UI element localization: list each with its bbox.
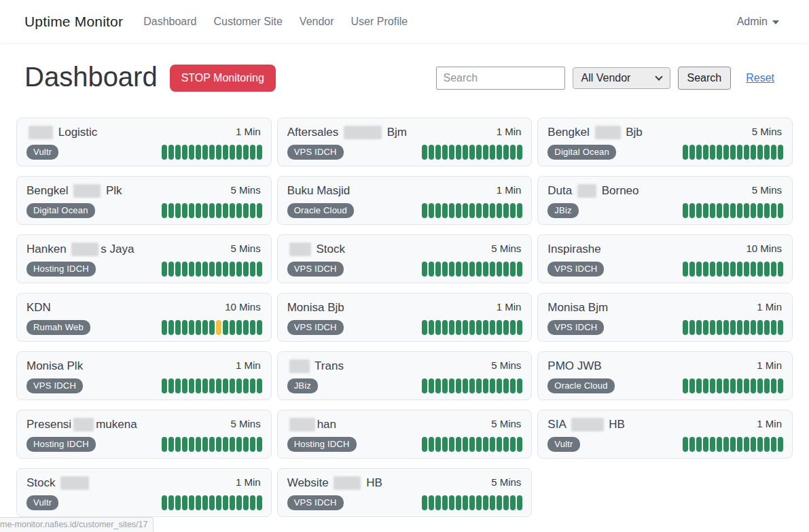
vendor-select-value: All Vendor bbox=[581, 72, 631, 84]
uptime-bar-up bbox=[463, 203, 468, 218]
uptime-bar-up bbox=[476, 437, 482, 452]
site-card[interactable]: Bengkel Bjb 5 Mins Digital Ocean bbox=[537, 118, 793, 166]
uptime-bar-up bbox=[723, 203, 729, 218]
reset-link[interactable]: Reset bbox=[746, 72, 774, 84]
site-card[interactable]: Stock 5 Mins VPS IDCH bbox=[277, 234, 533, 283]
site-title-text: Monisa Bjm bbox=[547, 300, 608, 315]
uptime-bar-up bbox=[717, 145, 722, 160]
uptime-bar-up bbox=[243, 203, 249, 218]
site-card[interactable]: Website HB 5 Mins VPS IDCH bbox=[277, 468, 533, 517]
vendor-select[interactable]: All Vendor bbox=[573, 67, 670, 89]
site-card[interactable]: Trans 5 Mins JBiz bbox=[277, 351, 533, 400]
uptime-bar-up bbox=[689, 378, 695, 393]
site-card[interactable]: PMO JWB 1 Min Oracle Cloud bbox=[537, 351, 793, 400]
uptime-bar-up bbox=[223, 145, 228, 160]
vendor-badge: JBiz bbox=[547, 203, 578, 218]
site-card[interactable]: KDN 10 Mins Rumah Web bbox=[16, 293, 272, 342]
site-title: Hanken s Jaya bbox=[26, 242, 262, 256]
uptime-bar-up bbox=[257, 203, 262, 218]
uptime-bar-up bbox=[737, 262, 742, 277]
redacted-text bbox=[334, 476, 361, 490]
site-card[interactable]: Buku Masjid 1 Min Oracle Cloud bbox=[277, 176, 533, 225]
site-title: Monisa Bjb bbox=[287, 300, 522, 315]
site-card[interactable]: Monisa Bjb 1 Min VPS IDCH bbox=[277, 293, 533, 342]
site-card[interactable]: Inspirashe 10 Mins VPS IDCH bbox=[537, 234, 793, 283]
uptime-bar-up bbox=[442, 495, 448, 510]
uptime-bar-up bbox=[696, 145, 702, 160]
site-card[interactable]: Hanken s Jaya 5 Mins Hosting IDCH bbox=[16, 234, 272, 283]
site-card[interactable]: SIA HB 1 Min Vultr bbox=[537, 410, 793, 459]
uptime-bar-up bbox=[710, 320, 715, 335]
uptime-bar-up bbox=[490, 437, 495, 452]
site-card[interactable]: Aftersales Bjm 1 Min VPS IDCH bbox=[277, 118, 533, 166]
vendor-badge: VPS IDCH bbox=[287, 320, 344, 335]
uptime-bar-up bbox=[456, 495, 461, 510]
site-card[interactable]: Stock 1 Min Vultr bbox=[16, 468, 272, 517]
link-preview-status-bar: me-monitor.nafies.id/customer_sites/17 bbox=[0, 517, 154, 532]
site-card[interactable]: Presensimukena 5 Mins Hosting IDCH bbox=[16, 410, 272, 459]
nav-item-customer-site[interactable]: Customer Site bbox=[213, 16, 282, 28]
uptime-bar-up bbox=[175, 145, 181, 160]
uptime-bar-up bbox=[737, 437, 742, 452]
uptime-bar-up bbox=[683, 203, 688, 218]
search-button[interactable]: Search bbox=[678, 67, 732, 90]
uptime-bar-up bbox=[689, 320, 695, 335]
uptime-bar-up bbox=[202, 203, 208, 218]
uptime-bar-up bbox=[223, 203, 228, 218]
site-card[interactable]: Monisa Plk 1 Min VPS IDCH bbox=[16, 351, 272, 400]
uptime-bar-up bbox=[497, 262, 502, 277]
uptime-bar-up bbox=[216, 378, 221, 393]
check-interval: 5 Mins bbox=[491, 476, 521, 488]
stop-monitoring-button[interactable]: STOP Monitoring bbox=[170, 65, 276, 92]
uptime-bar-up bbox=[490, 145, 495, 160]
search-input[interactable] bbox=[436, 67, 565, 90]
site-card[interactable]: Bengkel Plk 5 Mins Digital Ocean bbox=[16, 176, 272, 225]
uptime-bar-up bbox=[250, 378, 255, 393]
uptime-bar-up bbox=[757, 203, 763, 218]
site-card[interactable]: Monisa Bjm 1 Min VPS IDCH bbox=[537, 293, 793, 342]
check-interval: 5 Mins bbox=[752, 126, 782, 137]
uptime-bars bbox=[162, 437, 262, 452]
site-title-text: Duta bbox=[547, 183, 575, 198]
nav-item-user-profile[interactable]: User Profile bbox=[351, 16, 408, 28]
uptime-bar-up bbox=[435, 437, 441, 452]
uptime-bar-up bbox=[778, 378, 783, 393]
check-interval: 1 Min bbox=[497, 126, 522, 137]
brand-link[interactable]: Uptime Monitor bbox=[24, 14, 123, 30]
check-interval: 5 Mins bbox=[491, 359, 521, 371]
site-card[interactable]: han 5 Mins Hosting IDCH bbox=[277, 410, 533, 459]
uptime-bar-up bbox=[503, 437, 509, 452]
uptime-bar-up bbox=[751, 145, 756, 160]
uptime-bar-up bbox=[723, 145, 729, 160]
uptime-bar-up bbox=[510, 378, 516, 393]
uptime-bar-up bbox=[449, 437, 454, 452]
nav-item-dashboard[interactable]: Dashboard bbox=[143, 16, 196, 28]
redacted-text bbox=[289, 243, 311, 256]
uptime-bar-up bbox=[216, 495, 221, 510]
uptime-bar-up bbox=[757, 437, 763, 452]
uptime-bar-up bbox=[182, 378, 187, 393]
uptime-bar-up bbox=[689, 437, 695, 452]
uptime-bar-up bbox=[503, 495, 509, 510]
site-title: Presensimukena bbox=[26, 417, 262, 431]
uptime-bars bbox=[683, 320, 783, 335]
uptime-bar-up bbox=[236, 320, 242, 335]
nav-item-vendor[interactable]: Vendor bbox=[300, 16, 334, 28]
uptime-bars bbox=[683, 437, 783, 452]
uptime-bar-up bbox=[175, 495, 181, 510]
uptime-bar-up bbox=[757, 262, 763, 277]
site-title: Bengkel Bjb bbox=[547, 125, 783, 139]
uptime-bar-up bbox=[422, 495, 427, 510]
check-interval: 10 Mins bbox=[746, 243, 782, 254]
site-title-text: mukena bbox=[96, 417, 137, 431]
site-title-text: Plk bbox=[103, 183, 122, 198]
site-card[interactable]: Duta Borneo 5 Mins JBiz bbox=[537, 176, 793, 225]
uptime-bars bbox=[683, 145, 783, 160]
uptime-bar-up bbox=[209, 203, 215, 218]
uptime-bars bbox=[162, 378, 262, 393]
user-menu-dropdown[interactable]: Admin bbox=[737, 16, 779, 28]
uptime-bar-up bbox=[517, 378, 522, 393]
uptime-bar-up bbox=[442, 437, 448, 452]
site-card[interactable]: Logistic 1 Min Vultr bbox=[16, 118, 272, 166]
uptime-bar-up bbox=[764, 262, 770, 277]
